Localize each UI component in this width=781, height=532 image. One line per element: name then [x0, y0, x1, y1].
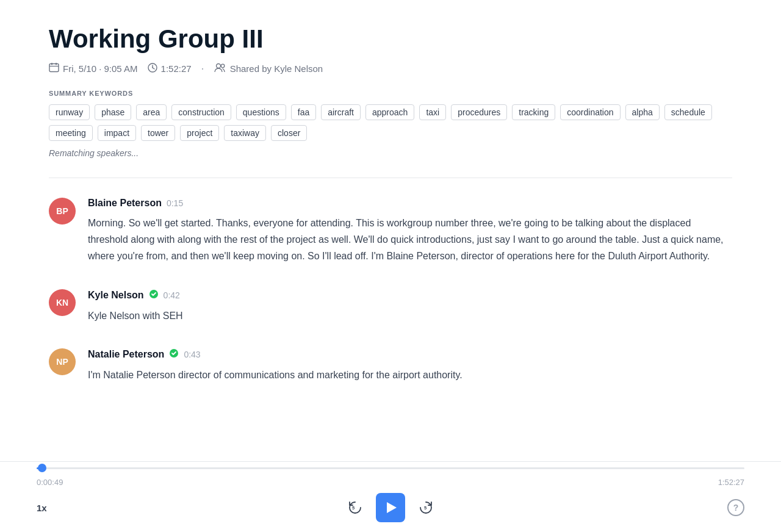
- keywords-label: SUMMARY KEYWORDS: [49, 90, 732, 97]
- keyword-tag: impact: [98, 125, 136, 141]
- duration-item: 1:52:27: [148, 63, 192, 75]
- keyword-tag: taxiway: [224, 125, 266, 141]
- speaker-row: Kyle Nelson0:42: [88, 289, 732, 301]
- speaker-name: Kyle Nelson: [88, 290, 144, 301]
- play-button[interactable]: [376, 493, 405, 522]
- keyword-tag: closer: [271, 125, 307, 141]
- date-text: Fri, 5/10 · 9:05 AM: [63, 63, 138, 74]
- transcript-entry: NPNatalie Peterson0:43I'm Natalie Peters…: [49, 348, 732, 383]
- entry-content: Natalie Peterson0:43I'm Natalie Peterson…: [88, 348, 732, 383]
- speaker-row: Blaine Peterson0:15: [88, 198, 732, 209]
- keyword-tag: approach: [365, 104, 414, 120]
- main-content: Working Group III Fri, 5/10 · 9:05 AM: [0, 0, 781, 532]
- clock-icon: [148, 63, 157, 75]
- shared-by-item: Shared by Kyle Nelson: [214, 63, 323, 75]
- avatar: NP: [49, 348, 76, 375]
- svg-rect-1: [51, 63, 52, 65]
- svg-line-6: [153, 68, 154, 69]
- meta-row: Fri, 5/10 · 9:05 AM 1:52:27 ·: [49, 62, 732, 75]
- keyword-tag: runway: [49, 104, 90, 120]
- total-time: 1:52:27: [718, 478, 744, 487]
- svg-text:5: 5: [352, 505, 355, 511]
- timestamp: 0:42: [164, 290, 180, 300]
- current-time: 0:00:49: [37, 478, 63, 487]
- keyword-tag: taxi: [419, 104, 446, 120]
- keyword-tag: faa: [291, 104, 316, 120]
- keyword-tag: questions: [236, 104, 286, 120]
- keyword-tag: aircraft: [321, 104, 361, 120]
- entry-content: Blaine Peterson0:15Morning. So we'll get…: [88, 198, 732, 265]
- keyword-tag: meeting: [49, 125, 93, 141]
- timestamp: 0:15: [167, 198, 183, 208]
- transcript-container: BPBlaine Peterson0:15Morning. So we'll g…: [49, 198, 732, 383]
- users-icon: [214, 63, 226, 75]
- speed-label[interactable]: 1x: [37, 503, 47, 513]
- progress-track[interactable]: [37, 467, 744, 469]
- timestamp: 0:43: [184, 350, 200, 359]
- transcript-entry: KNKyle Nelson0:42Kyle Nelson with SEH: [49, 289, 732, 324]
- verified-icon: [149, 289, 159, 301]
- svg-text:5: 5: [424, 505, 426, 511]
- player-bar: 0:00:49 1:52:27 1x 5 5 ?: [0, 461, 781, 532]
- keyword-tag: alpha: [625, 104, 660, 120]
- rewind-button[interactable]: 5: [347, 499, 364, 516]
- keyword-tag: schedule: [664, 104, 712, 120]
- keyword-tag: project: [180, 125, 219, 141]
- rematching-status: Rematching speakers...: [49, 148, 732, 158]
- keyword-tag: phase: [95, 104, 131, 120]
- transcript-text: Morning. So we'll get started. Thanks, e…: [88, 215, 732, 265]
- calendar-icon: [49, 62, 59, 75]
- page-title: Working Group III: [49, 24, 732, 54]
- controls-row: 1x 5 5 ?: [37, 493, 744, 522]
- keywords-section: SUMMARY KEYWORDS runwayphaseareaconstruc…: [49, 90, 732, 158]
- help-button[interactable]: ?: [727, 499, 744, 516]
- verified-icon: [169, 348, 179, 361]
- svg-rect-2: [56, 63, 57, 65]
- duration-text: 1:52:27: [161, 63, 192, 74]
- keyword-tag: coordination: [560, 104, 620, 120]
- progress-container[interactable]: [37, 462, 744, 474]
- play-icon: [387, 502, 397, 513]
- transcript-text: Kyle Nelson with SEH: [88, 307, 732, 324]
- keyword-tag: area: [136, 104, 167, 120]
- forward-button[interactable]: 5: [417, 499, 434, 516]
- speaker-row: Natalie Peterson0:43: [88, 348, 732, 361]
- transcript-text: I'm Natalie Peterson director of communi…: [88, 367, 732, 383]
- shared-by-text: Shared by Kyle Nelson: [230, 63, 323, 74]
- section-divider: [49, 178, 732, 178]
- svg-point-7: [216, 63, 220, 68]
- avatar: KN: [49, 289, 76, 316]
- keyword-tag: construction: [171, 104, 231, 120]
- keywords-container: runwayphaseareaconstructionquestionsfaaa…: [49, 104, 732, 141]
- svg-rect-0: [49, 64, 59, 72]
- svg-point-8: [221, 64, 225, 68]
- keyword-tag: procedures: [451, 104, 507, 120]
- entry-content: Kyle Nelson0:42Kyle Nelson with SEH: [88, 289, 732, 324]
- keyword-tag: tracking: [512, 104, 555, 120]
- transcript-entry: BPBlaine Peterson0:15Morning. So we'll g…: [49, 198, 732, 265]
- date-item: Fri, 5/10 · 9:05 AM: [49, 62, 138, 75]
- avatar: BP: [49, 198, 76, 225]
- progress-thumb[interactable]: [38, 464, 46, 472]
- speaker-name: Blaine Peterson: [88, 198, 162, 209]
- meta-separator: ·: [201, 62, 204, 75]
- keyword-tag: tower: [141, 125, 175, 141]
- time-row: 0:00:49 1:52:27: [37, 478, 744, 487]
- speaker-name: Natalie Peterson: [88, 349, 164, 360]
